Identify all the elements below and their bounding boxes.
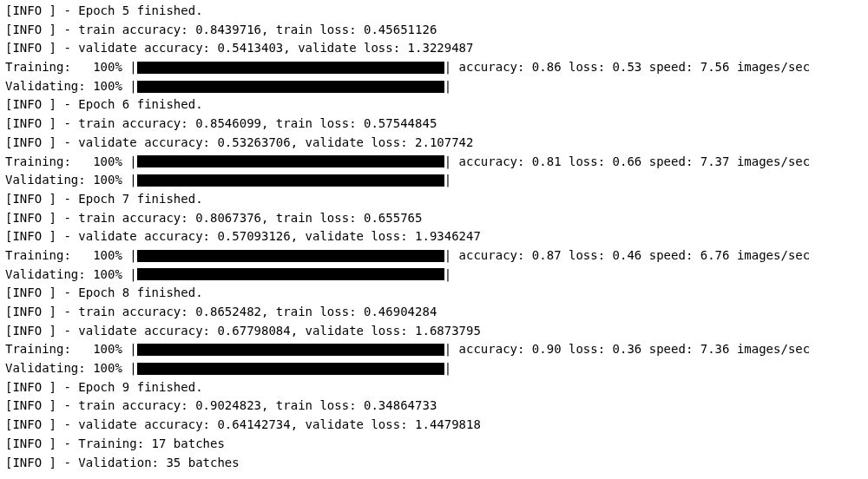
training-progress-line: Training: 100% || accuracy: 0.81 loss: 0…: [5, 153, 863, 172]
train-metrics: train accuracy: 0.8652482, train loss: 0…: [78, 303, 437, 322]
validate-metrics-line: [INFO ] - validate accuracy: 0.5413403, …: [5, 39, 863, 58]
log-prefix: [INFO ] -: [5, 397, 78, 416]
train-metrics: train accuracy: 0.8067376, train loss: 0…: [78, 209, 422, 228]
validate-metrics: validate accuracy: 0.5413403, validate l…: [78, 39, 473, 58]
validating-label: Validating: 100% |: [5, 171, 137, 190]
training-progress-line: Training: 100% || accuracy: 0.90 loss: 0…: [5, 340, 863, 359]
log-prefix: [INFO ] -: [5, 435, 78, 454]
validation-batches-line: [INFO ] - Validation: 35 batches: [5, 454, 863, 473]
validate-metrics-line: [INFO ] - validate accuracy: 0.64142734,…: [5, 416, 863, 435]
log-prefix: [INFO ] -: [5, 2, 78, 21]
validating-progress-line: Validating: 100% ||: [5, 171, 863, 190]
train-metrics: train accuracy: 0.8439716, train loss: 0…: [78, 21, 437, 40]
validating-label: Validating: 100% |: [5, 77, 137, 96]
validate-metrics-line: [INFO ] - validate accuracy: 0.53263706,…: [5, 134, 863, 153]
training-bar-end: |: [444, 340, 451, 359]
training-inline-metrics: accuracy: 0.86 loss: 0.53 speed: 7.56 im…: [451, 58, 810, 77]
training-batches: Training: 17 batches: [78, 435, 225, 454]
validate-metrics: validate accuracy: 0.53263706, validate …: [78, 134, 473, 153]
validation-batches: Validation: 35 batches: [78, 454, 239, 473]
validating-bar-end: |: [444, 77, 451, 96]
train-metrics-line: [INFO ] - train accuracy: 0.8067376, tra…: [5, 209, 863, 228]
validating-bar-end: |: [444, 359, 451, 378]
validating-progress-line: Validating: 100% ||: [5, 77, 863, 96]
training-bar-end: |: [444, 246, 451, 266]
train-metrics-line: [INFO ] - train accuracy: 0.8546099, tra…: [5, 115, 863, 134]
training-progress-line: Training: 100% || accuracy: 0.87 loss: 0…: [5, 246, 863, 266]
training-inline-metrics: accuracy: 0.81 loss: 0.66 speed: 7.37 im…: [451, 153, 810, 172]
log-prefix: [INFO ] -: [5, 378, 78, 397]
training-batches-line: [INFO ] - Training: 17 batches: [5, 435, 863, 454]
train-metrics: train accuracy: 0.9024823, train loss: 0…: [78, 397, 437, 416]
log-prefix: [INFO ] -: [5, 416, 78, 435]
training-progress-bar: [137, 62, 444, 74]
epoch-finished: Epoch 8 finished.: [78, 284, 202, 303]
training-label: Training: 100% |: [5, 58, 137, 77]
validating-bar-end: |: [444, 266, 451, 285]
epoch-finished-line: [INFO ] - Epoch 8 finished.: [5, 284, 863, 303]
log-prefix: [INFO ] -: [5, 284, 78, 303]
log-prefix: [INFO ] -: [5, 454, 78, 473]
epoch-finished-line: [INFO ] - Epoch 9 finished.: [5, 378, 863, 397]
validate-metrics: validate accuracy: 0.67798084, validate …: [78, 322, 481, 341]
train-metrics-line: [INFO ] - train accuracy: 0.8652482, tra…: [5, 303, 863, 322]
epoch-finished-line: [INFO ] - Epoch 5 finished.: [5, 2, 863, 21]
validating-progress-line: Validating: 100% ||: [5, 266, 863, 285]
train-metrics: train accuracy: 0.8546099, train loss: 0…: [78, 115, 437, 134]
log-prefix: [INFO ] -: [5, 21, 78, 40]
log-prefix: [INFO ] -: [5, 95, 78, 115]
training-label: Training: 100% |: [5, 153, 137, 172]
epoch-finished: Epoch 9 finished.: [78, 378, 202, 397]
log-prefix: [INFO ] -: [5, 134, 78, 153]
training-progress-bar: [137, 155, 444, 167]
log-prefix: [INFO ] -: [5, 303, 78, 322]
epoch-finished: Epoch 5 finished.: [78, 2, 202, 21]
training-label: Training: 100% |: [5, 340, 137, 359]
validating-progress-bar: [137, 174, 444, 187]
train-metrics-line: [INFO ] - train accuracy: 0.9024823, tra…: [5, 397, 863, 416]
train-metrics-line: [INFO ] - train accuracy: 0.8439716, tra…: [5, 21, 863, 40]
log-prefix: [INFO ] -: [5, 115, 78, 134]
epoch-finished: Epoch 6 finished.: [78, 95, 202, 115]
log-prefix: [INFO ] -: [5, 227, 78, 246]
training-progress-bar: [137, 344, 444, 356]
training-label: Training: 100% |: [5, 246, 137, 266]
validating-progress-bar: [137, 81, 444, 93]
training-inline-metrics: accuracy: 0.90 loss: 0.36 speed: 7.36 im…: [451, 340, 810, 359]
log-prefix: [INFO ] -: [5, 39, 78, 58]
epoch-finished-line: [INFO ] - Epoch 6 finished.: [5, 95, 863, 115]
training-progress-bar: [137, 250, 444, 262]
validate-metrics-line: [INFO ] - validate accuracy: 0.67798084,…: [5, 322, 863, 341]
log-prefix: [INFO ] -: [5, 190, 78, 209]
validating-progress-line: Validating: 100% ||: [5, 359, 863, 378]
epoch-finished: Epoch 7 finished.: [78, 190, 202, 209]
validating-label: Validating: 100% |: [5, 266, 137, 285]
validate-metrics: validate accuracy: 0.64142734, validate …: [78, 416, 481, 435]
training-inline-metrics: accuracy: 0.87 loss: 0.46 speed: 6.76 im…: [451, 246, 810, 266]
validating-progress-bar: [137, 363, 444, 375]
training-progress-line: Training: 100% || accuracy: 0.86 loss: 0…: [5, 58, 863, 77]
validating-label: Validating: 100% |: [5, 359, 137, 378]
log-prefix: [INFO ] -: [5, 322, 78, 341]
validate-metrics: validate accuracy: 0.57093126, validate …: [78, 227, 481, 246]
validate-metrics-line: [INFO ] - validate accuracy: 0.57093126,…: [5, 227, 863, 246]
validating-bar-end: |: [444, 171, 451, 190]
training-bar-end: |: [444, 153, 451, 172]
training-bar-end: |: [444, 58, 451, 77]
validating-progress-bar: [137, 268, 444, 280]
terminal-output: [INFO ] - Epoch 5 finished.[INFO ] - tra…: [5, 2, 863, 472]
epoch-finished-line: [INFO ] - Epoch 7 finished.: [5, 190, 863, 209]
log-prefix: [INFO ] -: [5, 209, 78, 228]
